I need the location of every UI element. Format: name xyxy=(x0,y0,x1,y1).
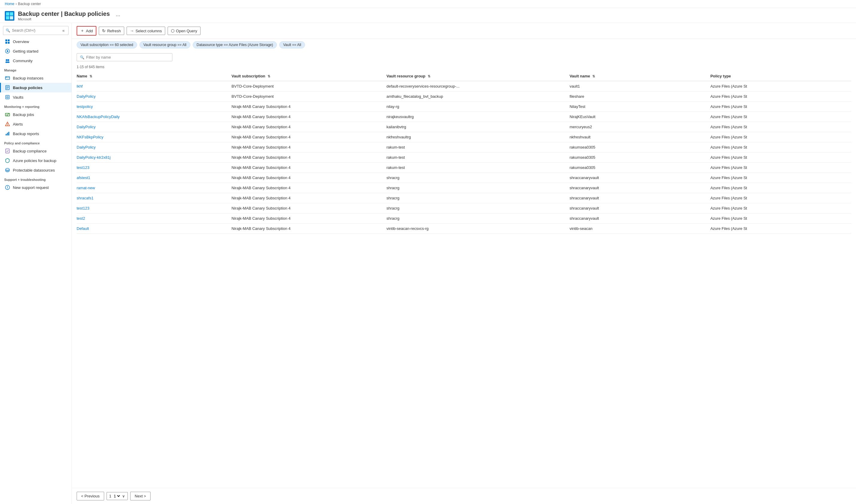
table-row[interactable]: testpolicy Nirajk-MAB Canary Subscriptio… xyxy=(76,102,851,112)
table-row[interactable]: DailyPolicy Nirajk-MAB Canary Subscripti… xyxy=(76,122,851,132)
community-icon xyxy=(5,58,10,63)
page-selector[interactable]: 1 12345 ∨ xyxy=(106,492,128,500)
add-button[interactable]: ＋ Add xyxy=(76,26,96,36)
next-button[interactable]: Next > xyxy=(130,492,151,500)
open-query-button[interactable]: ⬡ Open Query xyxy=(168,26,201,35)
cell-subscription: Nirajk-MAB Canary Subscription 4 xyxy=(232,223,387,234)
select-columns-button[interactable]: → Select columns xyxy=(126,26,165,35)
overview-icon xyxy=(5,39,10,44)
sidebar-search-icon: 🔍 xyxy=(6,29,10,33)
cell-policy-type: Azure Files (Azure St xyxy=(710,112,851,122)
table-row[interactable]: lkhf BVTD-Core-Deployment default-recove… xyxy=(76,81,851,91)
section-label-monitoring: Monitoring + reporting xyxy=(0,102,71,110)
cell-name: test123 xyxy=(76,203,232,213)
sidebar-nav-item-getting-started[interactable]: Getting started xyxy=(0,46,71,56)
cell-vault: rakumsea0305 xyxy=(569,142,711,152)
cell-vault: shraccanaryvault xyxy=(569,213,711,223)
filter-chip-rg[interactable]: Vault resource group == All xyxy=(139,41,190,49)
svg-rect-6 xyxy=(8,39,10,41)
sidebar-search-input[interactable] xyxy=(12,29,59,33)
sidebar-nav-item-backup-jobs[interactable]: Backup jobs xyxy=(0,110,71,119)
sidebar-nav-item-backup-policies[interactable]: Backup policies xyxy=(0,83,71,92)
search-filter-icon: 🔍 xyxy=(80,55,84,59)
cell-name: NKFsBkpPolicy xyxy=(76,132,232,142)
cell-rg: rakum-test xyxy=(387,163,569,173)
cell-vault: mercuryeus2 xyxy=(569,122,711,132)
col-header-rg[interactable]: Vault resource group ⇅ xyxy=(387,71,569,81)
page-header: Backup center | Backup policies Microsof… xyxy=(0,8,856,23)
getting-started-icon xyxy=(5,49,10,54)
table-row[interactable]: DailyPolicy Nirajk-MAB Canary Subscripti… xyxy=(76,142,851,152)
cell-name: DailyPolicy xyxy=(76,91,232,102)
sidebar-search-box[interactable]: 🔍 « xyxy=(3,26,69,35)
add-label: Add xyxy=(86,29,93,33)
section-label-policy: Policy and compliance xyxy=(0,139,71,146)
cell-name: DailyPolicy xyxy=(76,142,232,152)
table-row[interactable]: Default Nirajk-MAB Canary Subscription 4… xyxy=(76,223,851,234)
table-row[interactable]: DailyPolicy-ktr2x81j Nirajk-MAB Canary S… xyxy=(76,152,851,163)
cell-policy-type: Azure Files (Azure St xyxy=(710,203,851,213)
col-header-vault[interactable]: Vault name ⇅ xyxy=(569,71,711,81)
cell-subscription: Nirajk-MAB Canary Subscription 4 xyxy=(232,173,387,183)
svg-rect-3 xyxy=(6,16,9,19)
sidebar-label-alerts: Alerts xyxy=(13,122,23,126)
breadcrumb-home[interactable]: Home xyxy=(5,2,14,6)
svg-rect-7 xyxy=(5,42,7,44)
table-row[interactable]: NKAfsBackupPolicyDaily Nirajk-MAB Canary… xyxy=(76,112,851,122)
sidebar-nav-item-backup-instances[interactable]: Backup instances xyxy=(0,73,71,83)
sidebar-nav-item-azure-policies[interactable]: Azure policies for backup xyxy=(0,156,71,165)
table-row[interactable]: afstest1 Nirajk-MAB Canary Subscription … xyxy=(76,173,851,183)
sidebar-nav-item-vaults[interactable]: Vaults xyxy=(0,92,71,102)
query-icon: ⬡ xyxy=(171,29,174,33)
cell-policy-type: Azure Files (Azure St xyxy=(710,142,851,152)
sort-icon-vault: ⇅ xyxy=(592,74,595,78)
sidebar-nav-item-backup-compliance[interactable]: Backup compliance xyxy=(0,146,71,156)
cell-rg: amthaku_filecatalog_bvt_backup xyxy=(387,91,569,102)
filter-chip-vault-label: Vault == All xyxy=(283,43,301,47)
sidebar-nav-item-overview[interactable]: Overview xyxy=(0,37,71,46)
sidebar-label-azure-policies: Azure policies for backup xyxy=(13,159,56,163)
cell-subscription: Nirajk-MAB Canary Subscription 4 xyxy=(232,122,387,132)
filter-chip-datasource[interactable]: Datasource type == Azure Files (Azure St… xyxy=(193,41,277,49)
sidebar-nav-item-community[interactable]: Community xyxy=(0,56,71,66)
refresh-button[interactable]: ↻ Refresh xyxy=(99,26,124,35)
cell-vault: shraccanaryvault xyxy=(569,183,711,193)
sidebar-nav-item-alerts[interactable]: Alerts xyxy=(0,119,71,129)
header-more-button[interactable]: ··· xyxy=(116,13,120,19)
table-row[interactable]: test123 Nirajk-MAB Canary Subscription 4… xyxy=(76,203,851,213)
sidebar-collapse-button[interactable]: « xyxy=(61,28,66,34)
search-filter-box[interactable]: 🔍 xyxy=(76,53,172,61)
sidebar-nav-item-backup-reports[interactable]: Backup reports xyxy=(0,129,71,139)
breadcrumb-current: Backup center xyxy=(18,2,41,6)
cell-policy-type: Azure Files (Azure St xyxy=(710,163,851,173)
cell-policy-type: Azure Files (Azure St xyxy=(710,213,851,223)
table-row[interactable]: shracafs1 Nirajk-MAB Canary Subscription… xyxy=(76,193,851,203)
col-header-subscription[interactable]: Vault subscription ⇅ xyxy=(232,71,387,81)
cell-policy-type: Azure Files (Azure St xyxy=(710,183,851,193)
page-select[interactable]: 12345 xyxy=(113,493,121,499)
table-row[interactable]: test2 Nirajk-MAB Canary Subscription 4 s… xyxy=(76,213,851,223)
sidebar-nav-item-protectable-datasources[interactable]: Protectable datasources xyxy=(0,165,71,175)
col-header-name[interactable]: Name ⇅ xyxy=(76,71,232,81)
cell-subscription: Nirajk-MAB Canary Subscription 4 xyxy=(232,213,387,223)
cell-vault: vintib-seacan xyxy=(569,223,711,234)
cell-rg: nirajkeusvaultrg xyxy=(387,112,569,122)
cell-subscription: Nirajk-MAB Canary Subscription 4 xyxy=(232,163,387,173)
table-row[interactable]: DailyPolicy BVTD-Core-Deployment amthaku… xyxy=(76,91,851,102)
filter-chip-vault[interactable]: Vault == All xyxy=(279,41,305,49)
table-row[interactable]: test123 Nirajk-MAB Canary Subscription 4… xyxy=(76,163,851,173)
table-row[interactable]: NKFsBkpPolicy Nirajk-MAB Canary Subscrip… xyxy=(76,132,851,142)
sidebar: 🔍 « Overview Getting started Community xyxy=(0,23,72,504)
table-row[interactable]: ramat-new Nirajk-MAB Canary Subscription… xyxy=(76,183,851,193)
filter-chip-datasource-label: Datasource type == Azure Files (Azure St… xyxy=(196,43,273,47)
backup-center-icon xyxy=(5,11,14,21)
filter-by-name-input[interactable] xyxy=(86,55,169,59)
svg-rect-1 xyxy=(6,12,9,16)
backup-reports-icon xyxy=(5,131,10,136)
svg-rect-4 xyxy=(10,16,13,19)
sidebar-nav-item-new-support[interactable]: New support request xyxy=(0,183,71,192)
cell-rg: shracrg xyxy=(387,173,569,183)
filter-chip-subscription[interactable]: Vault subscription == 60 selected xyxy=(76,41,137,49)
previous-button[interactable]: < Previous xyxy=(76,492,104,500)
cell-name: shracafs1 xyxy=(76,193,232,203)
